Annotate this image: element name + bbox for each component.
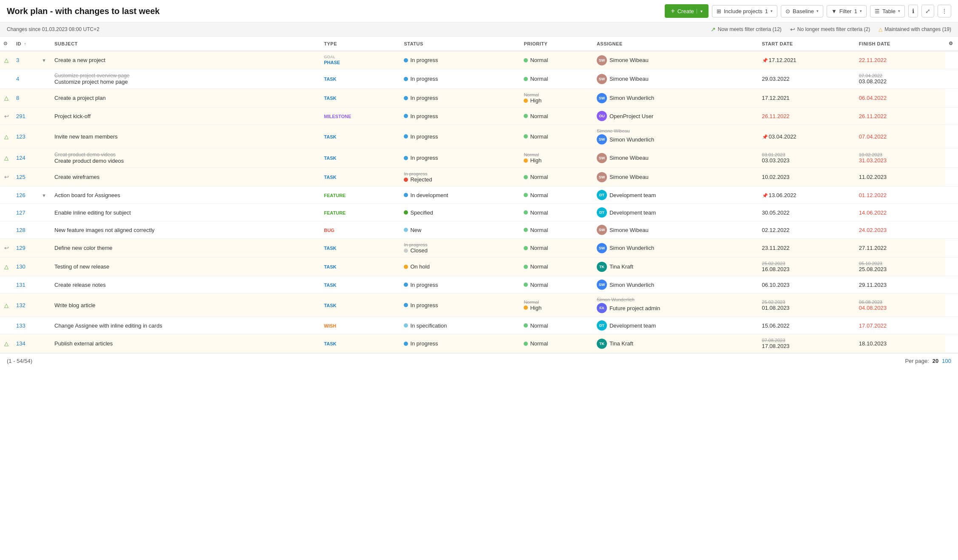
avatar: TK [597,262,607,272]
id-cell: 4 [13,69,38,89]
id-link[interactable]: 124 [16,155,26,161]
assignee-name: Development team [609,209,656,216]
status-cell: In progress [400,89,520,107]
table-row: △132Write blog articleTASKIn progressNor… [0,294,958,317]
more-button[interactable]: ⋮ [938,5,951,17]
table-button[interactable]: ☰ Table ▾ [870,5,905,17]
baseline-button[interactable]: ⊙ Baseline ▾ [781,5,823,17]
avatar: FA [597,303,607,313]
per-page-20[interactable]: 20 [932,358,938,364]
subject-text: Testing of new release [54,263,109,270]
priority-cell: NormalHigh [520,148,593,168]
id-cell: 127 [13,204,38,221]
status-row: On hold [404,263,517,270]
triangle-icon: △ [879,26,882,32]
start-date-old: 03.01.2023 [762,152,852,157]
status-dot [404,342,408,346]
assignee-row: SWSimone Wibeau [597,153,755,163]
chevron-expand-icon[interactable]: ▼ [42,193,46,198]
subject-old-text: Customize project overview page [54,73,317,79]
assignee-name: Simon Wunderlich [609,95,654,101]
status-row: In progress [404,76,517,82]
priority-row: Normal [524,113,590,119]
info-button[interactable]: ℹ [908,5,918,17]
start-date-cell: 06.10.2023 [759,276,856,294]
id-link[interactable]: 134 [16,340,26,347]
subject-new-text: Customize project home page [54,79,317,85]
projects-icon: ⊞ [717,8,721,14]
id-link[interactable]: 131 [16,282,26,288]
id-link[interactable]: 132 [16,302,26,308]
change-icon-cell: △ [0,125,13,148]
type-badge: TASK [324,303,336,308]
priority-row: Normal [524,263,590,270]
baseline-icon: ⊙ [785,8,790,14]
table-row: 128New feature images not aligned correc… [0,221,958,239]
id-link[interactable]: 130 [16,263,26,270]
change-icon-cell: △ [0,294,13,317]
subject-text: Create a new project [54,57,105,63]
assignee-row: DTDevelopment team [597,207,755,218]
id-link[interactable]: 4 [16,76,19,82]
assignee-cell: DTDevelopment team [593,317,759,334]
id-link[interactable]: 291 [16,113,26,119]
subject-cell: New feature images not aligned correctly [51,221,320,239]
id-cell: 134 [13,334,38,353]
priority-row: High [524,305,590,311]
chevron-cell [38,317,51,334]
assignee-row: SWSimon Wunderlich [597,280,755,290]
pin-icon: 📌 [762,58,768,63]
start-date-cell: 10.02.2023 [759,168,856,187]
id-link[interactable]: 128 [16,227,26,233]
chevron-cell [38,294,51,317]
id-cell: 133 [13,317,38,334]
finish-date-text: 31.03.2023 [859,157,887,164]
assignee-old: Simon Wunderlich [597,297,755,302]
assignee-cell: Simon WunderlichFAFuture project admin [593,294,759,317]
change-icon-cell: ↩ [0,168,13,187]
maintained-text: Maintained with changes (19) [884,26,951,32]
subject-cell: Enable inline editing for subject [51,204,320,221]
id-link[interactable]: 123 [16,133,26,140]
priority-text: Normal [530,322,548,329]
type-cell: TASK [320,276,400,294]
priority-text: Normal [530,174,548,180]
table-icon: ☰ [875,8,880,14]
priority-text: Normal [530,192,548,198]
per-page-label: Per page: [905,358,929,364]
type-badge: TASK [324,264,336,269]
id-link[interactable]: 126 [16,192,26,198]
create-button[interactable]: + Create ▾ [665,4,708,18]
chevron-expand-icon[interactable]: ▼ [42,58,46,63]
id-link[interactable]: 127 [16,209,26,216]
id-link[interactable]: 3 [16,57,19,63]
id-link[interactable]: 125 [16,174,26,180]
start-date-cell: 📌13.06.2022 [759,187,856,204]
status-dot [404,303,408,307]
priority-text: Normal [530,340,548,347]
table-row: 127Enable inline editing for subjectFEAT… [0,204,958,221]
finish-date-cell: 10.02.202331.03.2023 [856,148,945,168]
id-link[interactable]: 8 [16,95,19,101]
col-id[interactable]: ID ↑ [13,37,38,51]
id-link[interactable]: 129 [16,245,26,251]
priority-old: Normal [524,152,590,157]
start-date-cell: 07.08.202317.08.2023 [759,334,856,353]
assignee-name: Simon Wunderlich [609,245,654,251]
type-cell: BUG [320,221,400,239]
status-text: In specification [410,322,447,329]
filter-button[interactable]: ▼ Filter 1 ▾ [827,5,867,17]
finish-date-text: 29.11.2023 [859,282,887,288]
priority-dot [524,210,528,215]
filter-count: 1 [854,8,857,14]
fullscreen-button[interactable]: ⤢ [921,5,934,17]
finish-date-text: 01.12.2022 [859,192,887,198]
start-date-text: 10.02.2023 [762,174,790,180]
priority-dot [524,342,528,346]
id-link[interactable]: 133 [16,322,26,329]
finish-date-old: 07.04.2022 [859,73,942,78]
include-projects-button[interactable]: ⊞ Include projects 1 ▾ [712,5,777,17]
per-page-100[interactable]: 100 [942,358,951,364]
start-date-cell: 03.01.202303.03.2023 [759,148,856,168]
priority-dot [524,305,528,310]
